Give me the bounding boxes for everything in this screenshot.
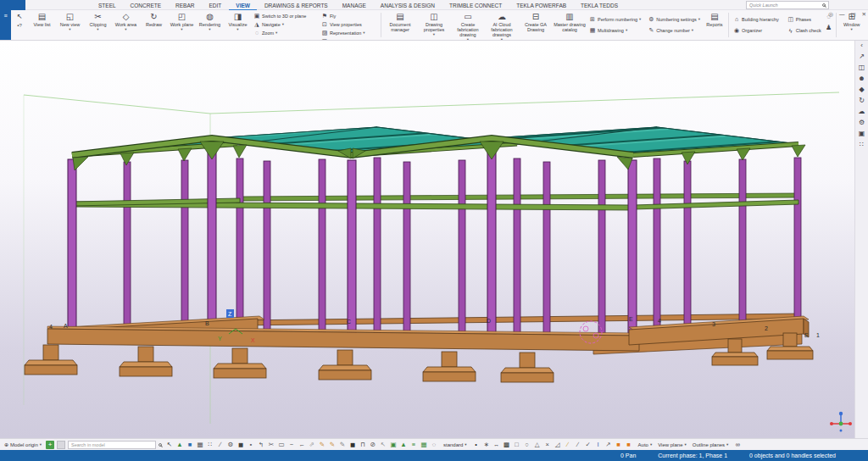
select-dash-icon[interactable]: −	[287, 440, 297, 449]
reports-button[interactable]: ▤ Reports	[703, 10, 726, 40]
auto-dropdown[interactable]: Auto ▾	[637, 442, 654, 448]
model-origin-dropdown[interactable]: ⊕ Model origin ▾	[3, 441, 43, 448]
snap-circle-icon[interactable]: ○	[522, 440, 532, 449]
work-area-button[interactable]: ◇ Work area ▾	[112, 10, 140, 40]
origin-box-button[interactable]	[57, 441, 65, 449]
green-tri-icon[interactable]: ▲	[398, 440, 409, 449]
visualize-button[interactable]: ◨ Visualize ▾	[224, 10, 252, 40]
phases-button[interactable]: ◫ Phases	[787, 16, 821, 23]
clipping-button[interactable]: ✂ Clipping ▾	[84, 10, 112, 40]
master-drawing-catalog-button[interactable]: ▥ Master drawing catalog ▾	[553, 10, 587, 40]
settings-icon[interactable]: ⚙	[859, 119, 865, 126]
snap-x-icon[interactable]: ×	[542, 440, 553, 449]
tab-manage[interactable]: MANAGE	[342, 3, 366, 8]
zoom-button[interactable]: ◌ Zoom ▾	[253, 30, 318, 36]
tab-steel[interactable]: STEEL	[98, 3, 116, 8]
tab-drawings-reports[interactable]: DRAWINGS & REPORTS	[264, 3, 328, 8]
model-search-input[interactable]: Search in model	[68, 441, 156, 449]
snap-profile-dropdown[interactable]: standard ▾	[442, 442, 469, 448]
snap-corner-icon[interactable]: ◿	[553, 440, 563, 449]
snap-check-icon[interactable]: ✓	[583, 440, 593, 449]
clash-check-button[interactable]: ϟ Clash check	[787, 28, 821, 34]
select-components-icon[interactable]: ▲	[175, 440, 185, 449]
ai-cloud-fabrication-drawings-button[interactable]: ☁ AI Cloud fabrication drawings ▾	[485, 10, 519, 40]
front-columns[interactable]	[68, 143, 637, 337]
tab-concrete[interactable]: CONCRETE	[131, 3, 161, 8]
drawing-properties-button[interactable]: ◫ Drawing properties ▾	[417, 10, 451, 40]
tab-tekla-powerfab[interactable]: TEKLA POWERFAB	[516, 3, 566, 8]
tab-trimble-connect[interactable]: TRIMBLE CONNECT	[449, 3, 502, 8]
quick-launch-input[interactable]: Quick Launch	[746, 1, 829, 9]
snap-ortho-icon[interactable]: ■	[614, 440, 624, 449]
green-box-icon[interactable]: ▣	[388, 440, 398, 449]
snap-slash2-icon[interactable]: ∕	[573, 440, 583, 449]
redraw-button[interactable]: ↻ Redraw ▾	[140, 10, 168, 40]
view-plane-dropdown[interactable]: View plane ▾	[656, 442, 688, 448]
snap-arrows-icon[interactable]: ↔	[492, 440, 502, 449]
select-cursor-button[interactable]: ↖	[17, 13, 23, 20]
pen-orange-icon[interactable]: ✎	[317, 440, 327, 449]
pen-gray-icon[interactable]: ✎	[337, 440, 348, 449]
snap-slash-icon[interactable]: ∕	[563, 440, 573, 449]
search-icon[interactable]	[159, 443, 162, 447]
tab-tekla-tedds[interactable]: TEKLA TEDDS	[581, 3, 618, 8]
select-bolt-icon[interactable]: ▪	[246, 440, 256, 449]
snap-checker-icon[interactable]: ▩	[502, 440, 512, 449]
tab-analysis-design[interactable]: ANALYSIS & DESIGN	[381, 3, 435, 8]
document-manager-button[interactable]: ▤ Document manager ▾	[383, 10, 417, 40]
view-list-button[interactable]: ▤ View list ▾	[28, 10, 56, 40]
select-grid-icon[interactable]: ▦	[195, 440, 205, 449]
clip-icon[interactable]: ◫	[859, 64, 865, 71]
maximize-button[interactable]: ▢	[850, 11, 855, 18]
create-fabrication-drawing-button[interactable]: ▭ Create fabrication drawing ▾	[451, 10, 485, 40]
file-menu-button[interactable]: ≡	[0, 10, 11, 40]
select-component-gear-icon[interactable]: ⚙	[225, 440, 236, 449]
representation-button[interactable]: ▨ Representation ▾	[321, 30, 377, 36]
select-points-icon[interactable]: ∷	[205, 440, 215, 449]
select-arrow-icon[interactable]: ⇗	[307, 440, 317, 449]
organizer-button[interactable]: ◉ Organizer	[733, 27, 779, 34]
apps-icon[interactable]: ∷	[860, 141, 864, 148]
cursor2-icon[interactable]: ↖	[378, 440, 388, 449]
building-hierarchy-button[interactable]: ⌂ Building hierarchy	[733, 16, 779, 22]
switch-3d-plane-button[interactable]: ▣ Switch to 3D or plane ▾	[253, 13, 318, 19]
select-cursor-icon[interactable]: ↖	[164, 440, 175, 449]
collapse-ribbon-icon[interactable]: ‹	[860, 42, 863, 49]
back-columns[interactable]	[124, 158, 801, 335]
numbering-settings-button[interactable]: ⚙ Numbering settings ▾	[648, 16, 700, 23]
snap-square-icon[interactable]: □	[512, 440, 522, 449]
tab-edit[interactable]: EDIT	[209, 3, 221, 8]
close-button[interactable]: ✕	[862, 11, 866, 18]
share-icon[interactable]: ↗	[859, 53, 865, 60]
snap-star-icon[interactable]: ∗	[481, 440, 492, 449]
select-cut-icon[interactable]: ✂	[266, 440, 276, 449]
new-view-button[interactable]: ◱ New view ▾	[56, 10, 84, 40]
users-icon[interactable]: ☻	[858, 75, 865, 82]
multidrawing-button[interactable]: ▦ Multidrawing ▾	[589, 27, 641, 34]
change-number-button[interactable]: ✎ Change number ▾	[648, 27, 700, 34]
navigate-button[interactable]: ◮ Navigate ▾	[253, 21, 318, 28]
link-icon[interactable]: ∞	[732, 440, 743, 449]
pen-orange2-icon[interactable]: ✎	[327, 440, 337, 449]
cloud-icon[interactable]: ☁	[859, 108, 865, 115]
list-green-icon[interactable]: ≡	[409, 440, 419, 449]
outline-planes-dropdown[interactable]: Outline planes ▾	[691, 442, 731, 448]
shape-pi-icon[interactable]: ⊓	[358, 440, 368, 449]
snap-diagonal-icon[interactable]: ↗	[604, 440, 614, 449]
minimize-button[interactable]: —	[839, 11, 845, 18]
model-viewport[interactable]: 4ABCDE432E1 Z Y X	[0, 41, 854, 438]
view-properties-button[interactable]: ⊡ View properties ▾	[321, 21, 377, 28]
create-ga-drawing-button[interactable]: ⊟ Create GA Drawing ▾	[519, 10, 553, 40]
snap-ibeam-icon[interactable]: I	[593, 440, 604, 449]
select-plane-icon[interactable]: ▭	[276, 440, 287, 449]
select-back-icon[interactable]: ←	[297, 440, 307, 449]
snap-ref-icon[interactable]: •	[471, 440, 481, 449]
account-icon[interactable]: ◎	[828, 11, 833, 18]
snap-triangle-icon[interactable]: △	[532, 440, 542, 449]
layers-icon[interactable]: ▣	[859, 130, 865, 137]
add-point-button[interactable]: +	[46, 441, 54, 449]
square-dark-icon[interactable]: ◼	[348, 440, 358, 449]
app-logo[interactable]	[0, 0, 25, 10]
select-line-icon[interactable]: ∕	[215, 440, 225, 449]
snap-grid-icon[interactable]: ■	[624, 440, 634, 449]
